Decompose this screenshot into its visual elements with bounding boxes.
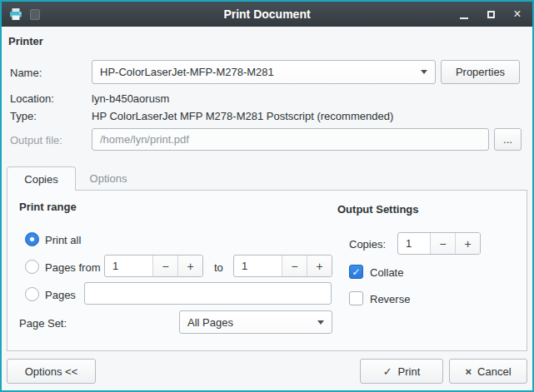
printer-app-icon	[9, 7, 22, 21]
printer-location-label: Location:	[10, 92, 54, 106]
tab-copies[interactable]: Copies	[7, 166, 76, 191]
options-toggle-button[interactable]: Options <<	[7, 359, 96, 384]
minimize-button[interactable]	[457, 7, 471, 21]
tab-copies-label: Copies	[24, 173, 57, 186]
pages-to-decrement-button[interactable]: −	[282, 256, 307, 276]
close-icon: ×	[513, 7, 521, 21]
minimize-icon	[460, 17, 468, 19]
pages-from-spinner: 1 − +	[104, 255, 203, 277]
print-document-dialog: Print Document × Printer Name: HP-ColorL…	[0, 0, 534, 392]
pages-to-label: to	[214, 261, 223, 275]
printer-name-value: HP-ColorLaserJet-MFP-M278-M281	[92, 66, 413, 78]
check-icon: ✓	[383, 365, 392, 378]
pages-input[interactable]	[84, 282, 332, 305]
collate-checkbox[interactable]: ✓	[349, 265, 363, 279]
radio-print-all[interactable]	[25, 232, 39, 246]
copies-spinner: 1 − +	[397, 232, 481, 255]
pages-from-label[interactable]: Pages from	[45, 261, 100, 275]
output-file-input: /home/lyn/print.pdf	[92, 128, 489, 151]
printer-location-value: lyn-b450aorusm	[92, 92, 169, 106]
cross-icon: ×	[465, 365, 472, 378]
output-file-label: Output file:	[10, 133, 62, 147]
properties-button-label: Properties	[456, 66, 505, 78]
print-button[interactable]: ✓ Print	[360, 359, 443, 384]
chevron-down-icon	[317, 320, 324, 325]
page-set-combobox[interactable]: All Pages	[179, 310, 332, 334]
output-settings-heading: Output Settings	[337, 202, 419, 216]
combo-arrow-zone	[310, 311, 332, 333]
print-button-label: Print	[398, 365, 421, 378]
copies-value[interactable]: 1	[398, 233, 430, 254]
pages-from-increment-button[interactable]: +	[177, 256, 202, 276]
tab-options-label: Options	[90, 172, 127, 185]
pages-label[interactable]: Pages	[45, 288, 76, 302]
copies-decrement-button[interactable]: −	[430, 233, 455, 254]
pages-to-value[interactable]: 1	[234, 256, 282, 276]
pages-to-spinner: 1 − +	[233, 255, 332, 277]
maximize-button[interactable]	[484, 7, 497, 21]
printer-name-combobox[interactable]: HP-ColorLaserJet-MFP-M278-M281	[92, 60, 436, 84]
maximize-icon	[487, 11, 495, 18]
copies-tab-panel: Print range Print all Pages from 1 − + t…	[7, 190, 527, 351]
browse-button[interactable]: ...	[494, 128, 522, 151]
page-set-label: Page Set:	[19, 316, 67, 330]
document-icon	[30, 9, 40, 20]
copies-label: Copies:	[349, 237, 386, 251]
titlebar-left	[9, 2, 40, 27]
printer-section-heading: Printer	[8, 34, 43, 48]
printer-type-value: HP ColorLaserJet MFP M278-M281 Postscrip…	[92, 109, 393, 123]
print-range-heading: Print range	[19, 200, 77, 214]
properties-button[interactable]: Properties	[441, 60, 520, 84]
copies-increment-button[interactable]: +	[455, 233, 480, 254]
checkmark-icon: ✓	[352, 266, 360, 278]
browse-button-label: ...	[503, 133, 512, 146]
options-toggle-label: Options <<	[25, 365, 78, 378]
chevron-down-icon	[421, 70, 427, 74]
print-all-label[interactable]: Print all	[45, 233, 81, 247]
window-title: Print Document	[77, 2, 457, 27]
cancel-button[interactable]: × Cancel	[449, 359, 527, 384]
window-controls: ×	[457, 2, 524, 27]
reverse-label[interactable]: Reverse	[370, 292, 410, 306]
combo-arrow-zone	[413, 61, 435, 83]
pages-to-increment-button[interactable]: +	[307, 256, 332, 276]
close-button[interactable]: ×	[511, 7, 524, 21]
pages-from-value[interactable]: 1	[105, 256, 152, 276]
collate-label[interactable]: Collate	[370, 265, 403, 280]
printer-type-label: Type:	[10, 109, 37, 123]
titlebar[interactable]: Print Document ×	[2, 2, 532, 27]
reverse-checkbox[interactable]	[349, 291, 363, 305]
output-file-value: /home/lyn/print.pdf	[100, 133, 189, 146]
printer-name-label: Name:	[10, 66, 42, 80]
tab-options[interactable]: Options	[76, 166, 141, 190]
cancel-button-label: Cancel	[477, 365, 511, 378]
radio-pages[interactable]	[25, 287, 39, 301]
page-set-value: All Pages	[180, 316, 310, 329]
radio-pages-from[interactable]	[25, 260, 39, 274]
pages-from-decrement-button[interactable]: −	[152, 256, 177, 276]
